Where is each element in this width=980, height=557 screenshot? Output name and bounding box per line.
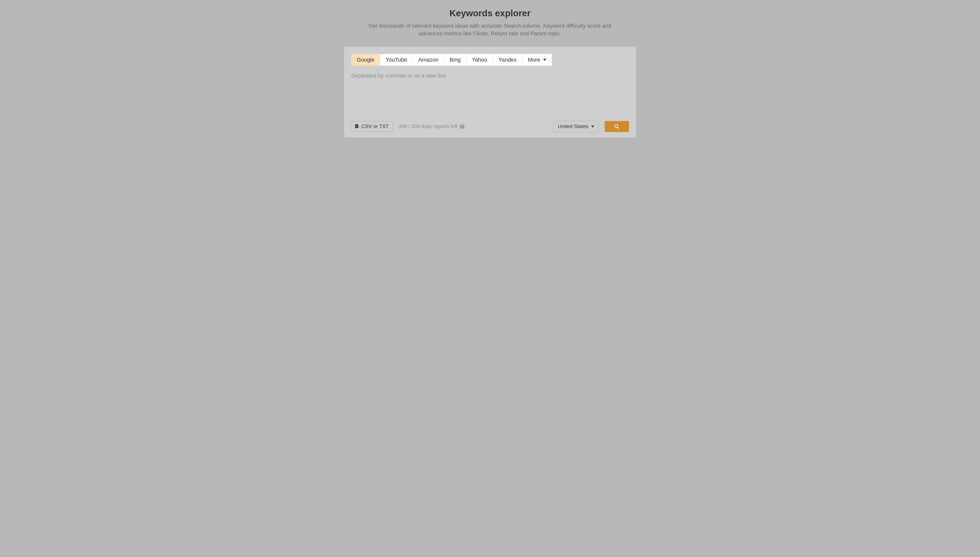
tab-youtube[interactable]: YouTube <box>380 54 412 66</box>
tab-yahoo[interactable]: Yahoo <box>466 54 493 66</box>
search-button[interactable] <box>605 121 629 132</box>
search-icon <box>614 124 620 129</box>
tab-label: YouTube <box>386 57 407 63</box>
reports-remaining-text: 200 / 200 daily reports left <box>399 123 458 129</box>
svg-line-1 <box>618 127 619 129</box>
question-circle-icon[interactable]: ? <box>460 124 464 129</box>
tab-google[interactable]: Google <box>351 54 380 66</box>
tab-bing[interactable]: Bing <box>444 54 466 66</box>
chevron-down-icon <box>543 59 546 61</box>
page-title: Keywords explorer <box>344 8 636 18</box>
reports-remaining: 200 / 200 daily reports left ? <box>399 123 464 129</box>
search-panel: Google YouTube Amazon Bing Yahoo Yandex … <box>344 47 636 137</box>
tab-label: Google <box>357 57 374 63</box>
upload-file-button[interactable]: CSV or TXT <box>351 121 393 132</box>
chevron-down-icon <box>591 125 594 127</box>
tab-more[interactable]: More <box>522 54 552 66</box>
panel-footer: CSV or TXT 200 / 200 daily reports left … <box>351 121 629 132</box>
upload-label: CSV or TXT <box>362 123 389 129</box>
tab-amazon[interactable]: Amazon <box>412 54 444 66</box>
upload-icon <box>355 124 359 129</box>
page-subtitle: Get thousands of relevant keyword ideas … <box>368 22 612 37</box>
tab-label: Amazon <box>418 57 438 63</box>
keywords-input[interactable] <box>351 72 629 117</box>
tab-label: More <box>528 57 540 63</box>
tab-yandex[interactable]: Yandex <box>493 54 522 66</box>
tab-label: Yahoo <box>472 57 487 63</box>
tab-label: Yandex <box>498 57 517 63</box>
country-select[interactable]: United States <box>553 121 599 132</box>
search-engine-tabs: Google YouTube Amazon Bing Yahoo Yandex … <box>351 54 629 66</box>
country-selected-label: United States <box>558 123 588 129</box>
tab-label: Bing <box>449 57 461 63</box>
